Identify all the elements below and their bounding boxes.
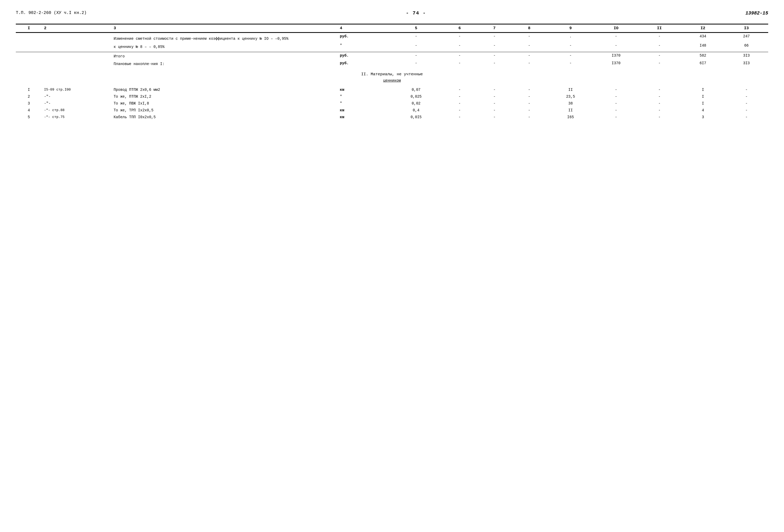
data-row-2: 2 -"- То же, ПТПЖ 2хI,2 " 0,025 - - - 23… [16,93,768,100]
col-header-4: 4 [338,24,390,33]
col-header-3: 3 [111,24,338,33]
page-header: Т.П. 902-2-260 (ХУ ч.I кн.2) - 74 - 1398… [16,10,768,16]
col-header-8: 8 [512,24,547,33]
col-header-6: 6 [442,24,477,33]
data-row-1: I I5-09 стр.I00 Провод ПТПЖ 2х0,6 мм2 км… [16,86,768,93]
col-header-10: IO [594,24,638,33]
data-row-3: 3 -"- То же, ПВЖ IхI,8 " 0,02 - - - 38 -… [16,100,768,107]
section2-title: II. Материалы, не учтенные [361,72,423,77]
price8-label: к ценнику № 8 – – 0,85% [113,45,164,49]
plan-row: Плановые накопле-ния I: руб. - - - - - I… [16,60,768,67]
header-right: 13982-15 [746,10,768,16]
section2-subtitle: ценником [383,79,401,83]
data-row-5: 5 -"- стр.75 Кабель ТПП I0х2х0,5 км 0,0I… [16,114,768,121]
col-header-7: 7 [477,24,512,33]
itogo-label: Итого [113,54,124,58]
itogo-unit: руб. [340,54,349,58]
plan-label: Плановые накопле-ния I: [113,62,164,66]
col-header-13: I3 [725,24,768,33]
price8-row: к ценнику № 8 – – 0,85% " - - - - - - - … [16,42,768,52]
col-header-12: I2 [681,24,725,33]
col-header-9: 9 [547,24,595,33]
col-header-2: 2 [42,24,111,33]
data-row-4: 4 -"- стр.88 То же, ТРП Iх2х0,5 км 0,4 -… [16,107,768,114]
itogo-row: Итого руб. - - - - - I370 - 582 3I3 [16,52,768,60]
section2-title-row: II. Материалы, не учтенные [16,67,768,77]
change-label: Изменение сметной стоимости с приме-нени… [113,37,288,41]
col-header-1: I [16,24,42,33]
column-header-row: I 2 3 4 5 6 7 8 9 IO II I2 I3 [16,24,768,33]
header-center: - 74 - [406,10,426,16]
col-header-11: II [638,24,681,33]
col-header-5: 5 [390,24,442,33]
change-cost-row: Изменение сметной стоимости с приме-нени… [16,33,768,42]
plan-unit: руб. [340,61,349,65]
change-unit: руб. [340,34,349,38]
header-left: Т.П. 902-2-260 (ХУ ч.I кн.2) [16,10,87,15]
main-table: I 2 3 4 5 6 7 8 9 IO II I2 I3 Изменение … [16,24,768,121]
section2-subtitle-row: ценником [16,77,768,86]
